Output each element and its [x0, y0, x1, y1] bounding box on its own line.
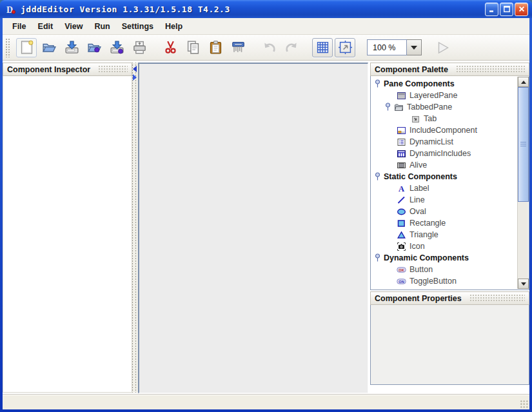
- new-page-icon: [19, 40, 34, 55]
- toolbar: 100 %: [3, 35, 529, 61]
- vertical-splitter[interactable]: [132, 63, 138, 393]
- redo-button[interactable]: [281, 38, 302, 57]
- layeredpane-icon: [397, 91, 406, 101]
- menu-view[interactable]: View: [59, 20, 88, 33]
- paste-button[interactable]: [205, 38, 226, 57]
- menu-file[interactable]: File: [6, 20, 32, 33]
- line-icon: [397, 195, 406, 205]
- print-button[interactable]: [129, 38, 150, 57]
- save-as-button[interactable]: [106, 38, 127, 57]
- menu-settings[interactable]: Settings: [116, 20, 159, 33]
- palette-item-label[interactable]: ALabel: [371, 182, 529, 194]
- scissors-icon: [163, 40, 178, 55]
- save-disk-arrow-icon: [64, 40, 79, 55]
- palette-tree: Pane ComponentsLayeredPaneTabbedPaneTabI…: [371, 76, 529, 287]
- palette-item-label: Label: [409, 184, 429, 193]
- scroll-up-button[interactable]: [518, 77, 529, 87]
- resize-grip[interactable]: [520, 400, 528, 408]
- tree-expand-knob-icon[interactable]: [385, 103, 391, 112]
- inspector-header[interactable]: Component Inspector: [3, 63, 132, 76]
- svg-text:ON: ON: [399, 279, 404, 283]
- grid-icon: [315, 40, 330, 55]
- shredder-button[interactable]: [228, 38, 248, 57]
- zoom-combobox[interactable]: 100 %: [367, 39, 422, 55]
- palette-item-label: Oval: [409, 207, 426, 216]
- status-bar: [3, 394, 529, 409]
- palette-item-button[interactable]: OKButton: [371, 264, 529, 275]
- component-inspector-panel: Component Inspector: [3, 63, 132, 393]
- palette-item-includecomponent[interactable]: IncludeComponent: [371, 124, 529, 136]
- includecomponent-icon: [397, 126, 406, 135]
- redo-arrow-icon: [284, 40, 299, 55]
- palette-scrollbar[interactable]: [517, 77, 528, 289]
- alive-icon: [397, 161, 406, 170]
- new-button[interactable]: [16, 38, 37, 57]
- palette-item-label: ToggleButton: [409, 277, 457, 286]
- splitter-collapse-left-icon[interactable]: [133, 66, 137, 72]
- icon-icon: [397, 242, 406, 251]
- palette-item-label: Pane Components: [384, 79, 455, 88]
- tree-expand-knob-icon[interactable]: [375, 172, 380, 181]
- maximize-button[interactable]: [500, 3, 513, 16]
- design-canvas[interactable]: [138, 63, 368, 393]
- zoom-dropdown-button[interactable]: [407, 39, 422, 55]
- palette-item-label: Alive: [409, 161, 427, 170]
- zoom-value[interactable]: 100 %: [367, 39, 407, 55]
- palette-item-alive[interactable]: Alive: [371, 159, 529, 171]
- palette-item-togglebutton[interactable]: ONToggleButton: [371, 275, 529, 287]
- togglebutton-icon: ON: [397, 277, 406, 286]
- printer-icon: [132, 40, 147, 55]
- menu-edit[interactable]: Edit: [32, 20, 59, 33]
- grid-button[interactable]: [312, 38, 333, 57]
- toolbar-drag-grip[interactable]: [5, 38, 11, 57]
- undo-arrow-icon: [262, 40, 277, 55]
- palette-item-oval[interactable]: Oval: [371, 206, 529, 217]
- tree-expand-knob-icon[interactable]: [375, 79, 380, 88]
- properties-header[interactable]: Component Properties: [370, 291, 529, 305]
- cut-button[interactable]: [160, 38, 181, 57]
- palette-item-tabbedpane[interactable]: TabbedPane: [371, 101, 529, 113]
- header-texture: [456, 65, 525, 74]
- palette-item-dynamiclist[interactable]: DynamicList: [371, 136, 529, 148]
- palette-item-static-components[interactable]: Static Components: [371, 171, 529, 182]
- component-properties-panel: Component Properties: [370, 291, 529, 385]
- palette-item-line[interactable]: Line: [371, 194, 529, 206]
- copy-button[interactable]: [182, 38, 203, 57]
- palette-item-label: Tab: [424, 114, 437, 123]
- minimize-button[interactable]: [485, 3, 498, 16]
- palette-item-pane-components[interactable]: Pane Components: [371, 78, 529, 90]
- palette-item-dynamicincludes[interactable]: DynamicIncludes: [371, 148, 529, 159]
- menu-bar: FileEditViewRunSettingsHelp: [3, 18, 529, 35]
- tree-expand-knob-icon[interactable]: [375, 253, 380, 262]
- palette-item-label: DynamicIncludes: [409, 149, 471, 158]
- palette-item-icon[interactable]: Icon: [371, 240, 529, 252]
- palette-item-rectangle[interactable]: Rectangle: [371, 217, 529, 229]
- snap-grid-icon: [338, 40, 353, 55]
- inspector-content[interactable]: [3, 76, 132, 393]
- open-button[interactable]: [39, 38, 59, 57]
- splitter-collapse-right-icon[interactable]: [133, 74, 137, 81]
- palette-item-triangle[interactable]: Triangle: [371, 229, 529, 240]
- open-folder-dot-icon: [87, 40, 102, 55]
- palette-item-label: DynamicList: [409, 137, 453, 146]
- save-button[interactable]: [61, 38, 82, 57]
- palette-item-tab[interactable]: Tab: [371, 113, 529, 124]
- run-button[interactable]: [431, 38, 455, 57]
- menu-run[interactable]: Run: [88, 20, 115, 33]
- undo-button[interactable]: [259, 38, 279, 57]
- open-variant-button[interactable]: [84, 38, 104, 57]
- palette-item-dynamic-components[interactable]: Dynamic Components: [371, 252, 529, 264]
- palette-item-label: TabbedPane: [407, 103, 452, 112]
- palette-item-label: Icon: [409, 242, 425, 251]
- scroll-down-button[interactable]: [518, 279, 529, 289]
- close-button[interactable]: [515, 3, 528, 16]
- properties-content[interactable]: [370, 305, 529, 385]
- palette-item-layeredpane[interactable]: LayeredPane: [371, 90, 529, 101]
- scrollbar-thumb[interactable]: [518, 87, 529, 202]
- palette-header[interactable]: Component Palette: [370, 63, 529, 76]
- menu-help[interactable]: Help: [159, 20, 188, 33]
- title-bar[interactable]: D jdddEditor Version 1.3.31/1.5.18 T4.2.…: [0, 0, 532, 18]
- toolbar-items: 100 %: [16, 38, 457, 57]
- palette-item-label: Button: [409, 265, 433, 274]
- snap-to-grid-button[interactable]: [335, 38, 355, 57]
